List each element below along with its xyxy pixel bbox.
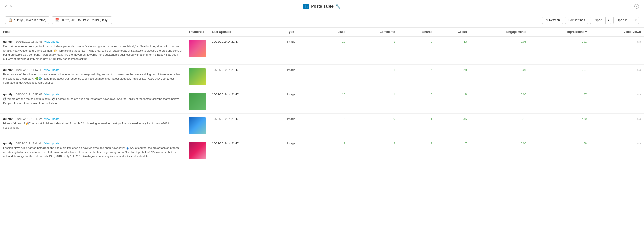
view-update-link[interactable]: View update [44,93,59,96]
post-text: Our CEO Alexander Peiniger took part in … [3,44,183,61]
shares-cell: 0 [398,89,435,114]
profile-filter-button[interactable]: 📋 quintly (LinkedIn profile) [5,16,49,24]
last-updated-cell: 10/22/2019 14:21:47 [209,89,284,114]
type-cell: Image [284,65,316,89]
toolbar: 📋 quintly (LinkedIn profile) 📅 Jul 22, 2… [0,13,644,28]
post-meta: quintly - 09/12/2019 10:46:24 View updat… [3,117,183,120]
post-account: quintly [3,68,13,71]
engagements-cell: 0.07 [470,65,529,89]
shares-cell: 2 [398,138,435,163]
comments-cell: 1 [348,89,398,114]
last-updated-cell: 10/22/2019 14:21:47 [209,65,284,89]
date-filter-button[interactable]: 📅 Jul 22, 2019 to Oct 21, 2019 (Daily) [52,16,112,24]
video-views-cell: n/a [590,89,644,114]
forward-button[interactable]: > [9,4,12,9]
type-cell: Image [284,138,316,163]
open-in-main-button[interactable]: Open in... [613,17,633,24]
comments-cell: 1 [348,65,398,89]
post-date: - 08/02/2019 11:44:44 [14,142,43,145]
engagements-cell: 0.10 [470,114,529,138]
impressions-cell: 791 [529,36,590,65]
clicks-cell: 19 [435,89,470,114]
type-cell: Image [284,89,316,114]
clicks-cell: 40 [435,36,470,65]
col-last-updated: Last Updated [209,28,284,36]
open-in-chevron-icon: ▾ [635,18,637,22]
table-header-row: Post Thumbnail Last Updated Type Likes C… [0,28,644,36]
type-cell: Image [284,36,316,65]
view-update-link[interactable]: View update [44,40,59,43]
table-row: quintly - 10/15/2019 15:39:46 View updat… [0,36,644,65]
refresh-button[interactable]: ↻ Refresh [542,17,563,24]
post-cell: quintly - 08/02/2019 11:44:44 View updat… [0,138,186,163]
post-date: - 10/15/2019 15:39:46 [14,40,43,43]
post-meta: quintly - 10/15/2019 15:39:46 View updat… [3,40,183,43]
likes-cell: 19 [317,36,348,65]
view-update-link[interactable]: View update [44,117,59,120]
linkedin-icon: in [303,4,309,9]
page-title: Posts Table [311,4,334,9]
close-button[interactable]: × [634,4,639,9]
col-thumbnail: Thumbnail [186,28,209,36]
comments-cell: 2 [348,138,398,163]
thumbnail [189,117,206,134]
export-dropdown-button[interactable]: ▾ [605,17,611,24]
last-updated-cell: 10/22/2019 14:21:47 [209,36,284,65]
toolbar-filters: 📋 quintly (LinkedIn profile) 📅 Jul 22, 2… [5,16,112,24]
shares-cell: 1 [398,114,435,138]
export-chevron-icon: ▾ [608,18,609,22]
thumbnail-cell [186,89,209,114]
shares-cell: 0 [398,36,435,65]
engagements-cell: 0.08 [470,36,529,65]
view-update-link[interactable]: View update [44,68,59,71]
post-account: quintly [3,142,13,145]
open-in-dropdown-button[interactable]: ▾ [633,17,639,24]
post-cell: quintly - 09/12/2019 10:46:24 View updat… [0,114,186,138]
comments-cell: 1 [348,36,398,65]
likes-cell: 15 [317,65,348,89]
toolbar-actions: ↻ Refresh Edit settings Export ▾ Open in… [542,17,639,24]
post-meta: quintly - 08/02/2019 11:44:44 View updat… [3,142,183,145]
back-button[interactable]: < [5,4,7,9]
edit-settings-button[interactable]: Edit settings [565,17,588,24]
profile-icon: 📋 [8,18,12,22]
col-impressions[interactable]: Impressions ▾ [529,28,590,36]
shares-cell: 4 [398,65,435,89]
refresh-icon: ↻ [545,18,548,22]
page-title-content: in Posts Table 🔧 [303,4,341,9]
export-main-button[interactable]: Export [590,17,605,24]
table-row: quintly - 09/12/2019 10:46:24 View updat… [0,114,644,138]
post-date: - 08/08/2019 13:50:02 [14,93,43,96]
impressions-cell: 487 [529,89,590,114]
calendar-icon: 📅 [55,18,59,22]
engagements-cell: 0.06 [470,138,529,163]
impressions-cell: 667 [529,65,590,89]
thumbnail-cell [186,65,209,89]
posts-table-container: Post Thumbnail Last Updated Type Likes C… [0,28,644,163]
col-clicks: Clicks [435,28,470,36]
impressions-cell: 466 [529,138,590,163]
likes-cell: 9 [317,138,348,163]
view-update-link[interactable]: View update [44,142,59,145]
post-text: Hi from #dmexco! 🎉You can still visit us… [3,121,183,130]
open-in-button-group: Open in... ▾ [613,17,639,24]
table-row: quintly - 08/08/2019 13:50:02 View updat… [0,89,644,114]
video-views-cell: n/a [590,114,644,138]
col-comments: Comments [348,28,398,36]
col-video-views: Video Views [590,28,644,36]
posts-table: Post Thumbnail Last Updated Type Likes C… [0,28,644,163]
refresh-label: Refresh [549,18,560,22]
type-cell: Image [284,114,316,138]
engagements-cell: 0.06 [470,89,529,114]
post-text: Being aware of the climate crisis and se… [3,72,183,85]
post-account: quintly [3,117,13,120]
wrench-icon: 🔧 [336,4,341,9]
col-engagements: Engagements [470,28,529,36]
video-views-cell: n/a [590,36,644,65]
thumbnail [189,40,206,57]
col-likes: Likes [317,28,348,36]
clicks-cell: 28 [435,65,470,89]
thumbnail [189,93,206,110]
post-text: Fashion plays a big part of Instagram an… [3,146,183,158]
thumbnail [189,142,206,159]
